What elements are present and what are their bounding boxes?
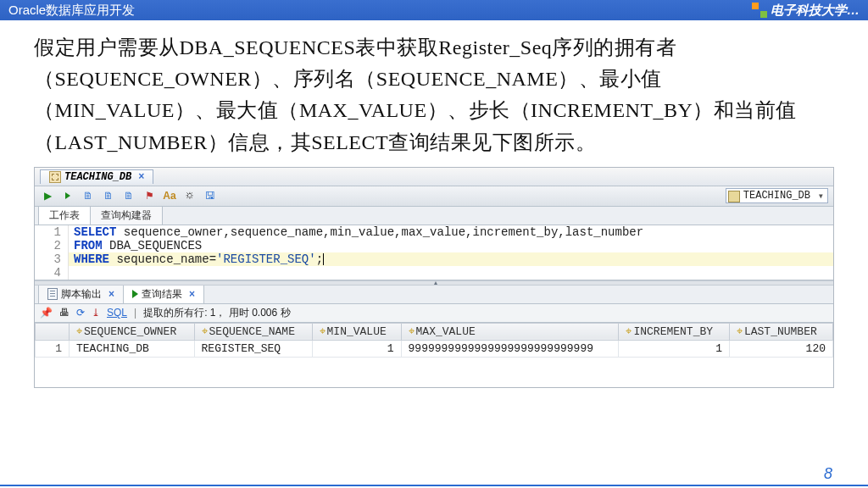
col-header[interactable]: ⌖INCREMENT_BY xyxy=(619,323,730,340)
explain-plan-button[interactable]: 🗎 xyxy=(81,188,96,203)
print-icon[interactable]: 🖶 xyxy=(59,307,70,319)
sql-file-icon xyxy=(49,171,61,183)
column-icon: ⌖ xyxy=(626,325,632,338)
ide-toolbar: ▶ 🗎 🗎 🗎 ⚑ Aa ⛭ 🖫 TEACHING_DB xyxy=(35,186,833,207)
tab-script-output[interactable]: 脚本输出 × xyxy=(38,285,124,303)
toggle-case-button[interactable]: Aa xyxy=(162,188,177,203)
col-header[interactable]: ⌖SEQUENCE_OWNER xyxy=(70,323,195,340)
line-number: 3 xyxy=(35,252,69,266)
column-icon: ⌖ xyxy=(409,325,415,338)
page-number: 8 xyxy=(824,465,832,483)
script-output-icon xyxy=(47,288,58,300)
tab-query-result[interactable]: 查询结果 × xyxy=(123,285,204,303)
query-result-icon xyxy=(132,290,138,298)
sql-editor[interactable]: 1 SELECT sequence_owner,sequence_name,mi… xyxy=(35,225,833,280)
splitter-handle[interactable] xyxy=(35,280,833,286)
close-icon[interactable]: × xyxy=(189,288,195,300)
slide: Oracle数据库应用开发 电子科技大学… 假定用户需要从DBA_SEQUENC… xyxy=(0,0,868,488)
clear-button[interactable]: ⚑ xyxy=(142,188,157,203)
sql-ide-panel: TEACHING_DB × ▶ 🗎 🗎 🗎 ⚑ Aa ⛭ 🖫 TEACHING_… xyxy=(34,167,834,388)
autotrace-button[interactable]: 🗎 xyxy=(101,188,116,203)
university-name: 电子科技大学… xyxy=(752,3,860,19)
sql-history-button[interactable]: 🗎 xyxy=(121,188,136,203)
settings-button[interactable]: ⛭ xyxy=(182,188,198,203)
refresh-icon[interactable]: ⟳ xyxy=(76,307,85,319)
col-header[interactable]: ⌖MAX_VALUE xyxy=(401,323,619,340)
title-bar: Oracle数据库应用开发 电子科技大学… xyxy=(0,0,868,20)
sql-link[interactable]: SQL xyxy=(107,307,127,319)
cell: REGISTER_SEQ xyxy=(194,340,312,357)
cell: 1 xyxy=(619,340,730,357)
text-cursor xyxy=(323,253,324,265)
tab-query-builder[interactable]: 查询构建器 xyxy=(90,206,163,225)
col-header[interactable]: ⌖LAST_NUMBER xyxy=(729,323,832,340)
column-icon: ⌖ xyxy=(76,325,82,338)
cell: 120 xyxy=(729,340,832,357)
table-row[interactable]: 1 TEACHING_DB REGISTER_SEQ 1 99999999999… xyxy=(36,340,833,357)
worksheet-tab[interactable]: TEACHING_DB × xyxy=(40,169,153,184)
output-tabs: 脚本输出 × 查询结果 × xyxy=(35,286,833,304)
pin-icon[interactable]: 📌 xyxy=(40,307,53,319)
worksheet-tab-label: TEACHING_DB xyxy=(64,171,131,183)
cell: TEACHING_DB xyxy=(70,340,195,357)
column-icon: ⌖ xyxy=(320,325,326,338)
line-number: 1 xyxy=(35,225,69,239)
close-icon[interactable]: × xyxy=(108,288,114,300)
connection-selector[interactable]: TEACHING_DB xyxy=(726,188,828,203)
connection-name: TEACHING_DB xyxy=(743,190,810,202)
worksheet-subtabs: 工作表 查询构建器 xyxy=(35,207,833,225)
university-logo-icon xyxy=(752,3,767,18)
body-paragraph: 假定用户需要从DBA_SEQUENCES表中获取Register_Seq序列的拥… xyxy=(0,20,868,167)
line-number: 4 xyxy=(35,266,69,280)
row-number: 1 xyxy=(36,340,70,357)
tab-worksheet[interactable]: 工作表 xyxy=(38,206,91,225)
result-grid[interactable]: ⌖SEQUENCE_OWNER ⌖SEQUENCE_NAME ⌖MIN_VALU… xyxy=(35,323,833,387)
footer-rule xyxy=(0,485,868,486)
col-header[interactable]: ⌖MIN_VALUE xyxy=(312,323,401,340)
fetch-status: 提取的所有行: 1， 用时 0.006 秒 xyxy=(143,306,290,320)
column-icon: ⌖ xyxy=(202,325,208,338)
line-number: 2 xyxy=(35,239,69,252)
cell: 1 xyxy=(312,340,401,357)
close-icon[interactable]: × xyxy=(138,171,144,183)
rownum-header xyxy=(36,323,70,340)
save-button[interactable]: 🖫 xyxy=(203,188,218,203)
course-title: Oracle数据库应用开发 xyxy=(8,3,135,19)
run-script-button[interactable] xyxy=(60,188,75,203)
cell: 9999999999999999999999999999 xyxy=(401,340,619,357)
column-icon: ⌖ xyxy=(737,325,743,338)
result-toolbar: 📌 🖶 ⟳ ⤓ SQL | 提取的所有行: 1， 用时 0.006 秒 xyxy=(35,304,833,323)
ide-tabbar: TEACHING_DB × xyxy=(35,168,833,186)
export-icon[interactable]: ⤓ xyxy=(92,307,100,319)
run-statement-button[interactable]: ▶ xyxy=(40,188,55,203)
run-script-icon xyxy=(65,192,70,199)
col-header[interactable]: ⌖SEQUENCE_NAME xyxy=(194,323,312,340)
